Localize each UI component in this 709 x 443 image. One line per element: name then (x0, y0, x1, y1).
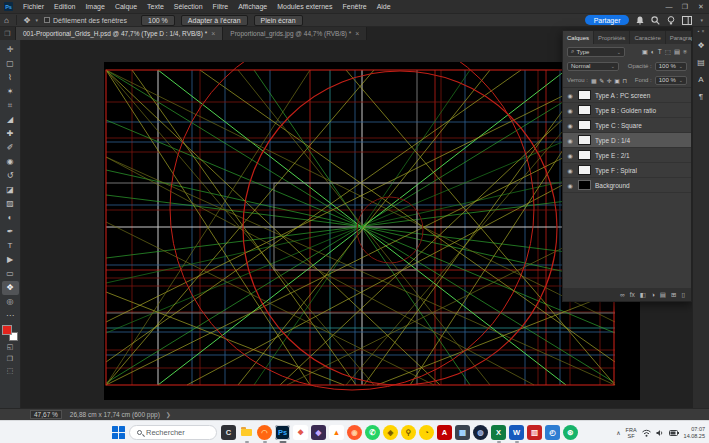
taskbar-icon-word[interactable]: W (509, 425, 524, 440)
close-button[interactable]: ✕ (693, 3, 709, 11)
dock-layers-icon[interactable]: ❖ (695, 39, 708, 52)
lock-all-icon[interactable]: ⊓ (622, 77, 627, 84)
document-canvas[interactable] (104, 62, 640, 400)
adjustment-layer-icon[interactable]: ◑ (651, 291, 655, 298)
bell-icon[interactable] (636, 16, 644, 25)
scroll-all-windows-checkbox[interactable] (44, 17, 50, 23)
menu-aide[interactable]: Aide (372, 3, 396, 10)
close-icon[interactable]: × (211, 30, 215, 37)
panel-tab-calques[interactable]: Calques (563, 31, 594, 44)
layer-row[interactable]: ◉Background (563, 178, 691, 193)
menu-texte[interactable]: Texte (142, 3, 169, 10)
layer-filter-select[interactable]: ⌕ Type ⌄ (567, 47, 625, 57)
filter-adjustment-icon[interactable]: ◐ (651, 48, 655, 56)
taskbar-icon-acrobat[interactable]: A (437, 425, 452, 440)
new-layer-icon[interactable]: ⊞ (671, 291, 676, 299)
taskbar-icon-calculator[interactable]: ▦ (455, 425, 470, 440)
visibility-eye-icon[interactable]: ◉ (566, 167, 574, 174)
marquee-tool[interactable]: ▢ (2, 57, 19, 71)
edit-toolbar-icon[interactable]: ⬚ (2, 365, 19, 377)
clone-stamp-tool[interactable]: ◉ (2, 155, 19, 169)
workspace-layout-icon[interactable] (682, 16, 692, 25)
taskbar-icon-whatsapp[interactable]: ✆ (365, 425, 380, 440)
hand-tool[interactable]: ✥ (2, 281, 19, 295)
taskbar-clock[interactable]: 07:0714.08.25 (684, 426, 705, 439)
layer-mask-icon[interactable]: ◧ (640, 291, 646, 299)
lock-artboard-icon[interactable]: ▣ (614, 77, 620, 84)
taskbar-icon-app-navy[interactable]: ◍ (473, 425, 488, 440)
layer-row[interactable]: ◉Type E : 2/1 (563, 148, 691, 163)
dodge-tool[interactable]: ◐ (2, 211, 19, 225)
layer-group-icon[interactable]: ▤ (660, 291, 666, 299)
quick-selection-tool[interactable]: ✶ (2, 85, 19, 99)
dock-paragraph-icon[interactable]: ¶ (695, 90, 708, 103)
taskbar-icon-app-yellow-2[interactable]: ⚲ (401, 425, 416, 440)
crop-tool[interactable]: ⌗ (2, 99, 19, 113)
foreground-color-swatch[interactable] (2, 325, 12, 335)
lock-position-icon[interactable]: ✛ (607, 77, 612, 84)
taskbar-icon-app-red[interactable]: ▥ (527, 425, 542, 440)
menu-s-lection[interactable]: Sélection (169, 3, 208, 10)
quick-mask-icon[interactable]: ◱ (2, 341, 19, 353)
taskbar-icon-app-yellow-1[interactable]: ◈ (383, 425, 398, 440)
document-tab[interactable]: Proportional_grids.jpg @ 44,7% (RVB/8) *… (223, 27, 367, 40)
workspace-icon[interactable]: ❐ (0, 27, 16, 40)
panel-tab-caract-re[interactable]: Caractère (630, 31, 665, 44)
taskbar-icon-photoshop[interactable]: Ps (275, 425, 290, 440)
close-icon[interactable]: × (355, 30, 359, 37)
taskbar-icon-app-flame[interactable]: ◉ (347, 425, 362, 440)
share-button[interactable]: Partager (585, 15, 630, 25)
zoom-level-field[interactable]: 47,67 % (30, 410, 62, 419)
maximize-button[interactable]: ❐ (677, 3, 693, 11)
menu-fichier[interactable]: Fichier (18, 3, 49, 10)
taskbar-icon-file-explorer[interactable] (239, 425, 254, 440)
chevron-down-icon[interactable]: ▾ (700, 17, 703, 23)
shape-tool[interactable]: ▭ (2, 267, 19, 281)
lock-transparency-icon[interactable]: ▦ (591, 77, 597, 84)
minimize-button[interactable]: — (661, 3, 677, 11)
menu-calque[interactable]: Calque (110, 3, 142, 10)
healing-brush-tool[interactable]: ✚ (2, 127, 19, 141)
visibility-eye-icon[interactable]: ◉ (566, 137, 574, 144)
document-tab[interactable]: 001-Proportional_Grids_H.psd @ 47,7% (Ty… (16, 27, 223, 40)
layer-row[interactable]: ◉Type D : 1/4 (563, 133, 691, 148)
chevron-right-icon[interactable]: ❯ (166, 411, 171, 418)
visibility-eye-icon[interactable]: ◉ (566, 152, 574, 159)
taskbar-search[interactable]: Rechercher (129, 425, 217, 440)
screen-mode-icon[interactable]: ❐ (2, 353, 19, 365)
color-swatches[interactable] (2, 325, 18, 341)
opacity-select[interactable]: 100 % ⌄ (655, 62, 687, 71)
start-button[interactable] (112, 426, 125, 439)
dock-mini-icon[interactable]: × (701, 28, 704, 34)
taskbar-icon-app-green[interactable]: ⊛ (563, 425, 578, 440)
menu-fen-tre[interactable]: Fenêtre (338, 3, 372, 10)
filter-type-icon[interactable]: T (658, 48, 662, 56)
dock-libraries-icon[interactable]: ▤ (695, 56, 708, 69)
chevron-down-icon[interactable]: ▾ (36, 17, 39, 23)
link-layers-icon[interactable]: ∞ (620, 291, 625, 298)
taskbar-icon-firefox[interactable]: ◠ (257, 425, 272, 440)
fullscreen-button[interactable]: Plein écran (254, 15, 303, 26)
dock-character-icon[interactable]: A (695, 73, 708, 86)
fit-screen-button[interactable]: Adapter à l'écran (181, 15, 248, 26)
hand-tool-icon[interactable]: ✥ (20, 16, 35, 25)
gradient-tool[interactable]: ▨ (2, 197, 19, 211)
filter-smart-icon[interactable]: ▤ (674, 48, 680, 56)
menu-modules-externes[interactable]: Modules externes (272, 3, 337, 10)
battery-icon[interactable] (669, 430, 679, 436)
more-tools[interactable]: ⋯ (2, 309, 19, 323)
menu-affichage[interactable]: Affichage (233, 3, 272, 10)
eraser-tool[interactable]: ◪ (2, 183, 19, 197)
tray-chevron-icon[interactable]: ∧ (616, 429, 620, 436)
search-icon[interactable] (651, 16, 660, 25)
filter-pixel-icon[interactable]: ▣ (642, 48, 648, 56)
move-tool[interactable]: ✛ (2, 43, 19, 57)
path-selection-tool[interactable]: ▶ (2, 253, 19, 267)
lock-pixels-icon[interactable]: ✎ (599, 77, 604, 84)
menu-image[interactable]: Image (80, 3, 109, 10)
language-indicator[interactable]: FRASF (626, 427, 637, 439)
taskbar-icon-paint[interactable]: ◴ (545, 425, 560, 440)
layer-row[interactable]: ◉Type B : Golden ratio (563, 103, 691, 118)
taskbar-icon-app-code[interactable]: C (221, 425, 236, 440)
volume-icon[interactable] (656, 429, 664, 437)
